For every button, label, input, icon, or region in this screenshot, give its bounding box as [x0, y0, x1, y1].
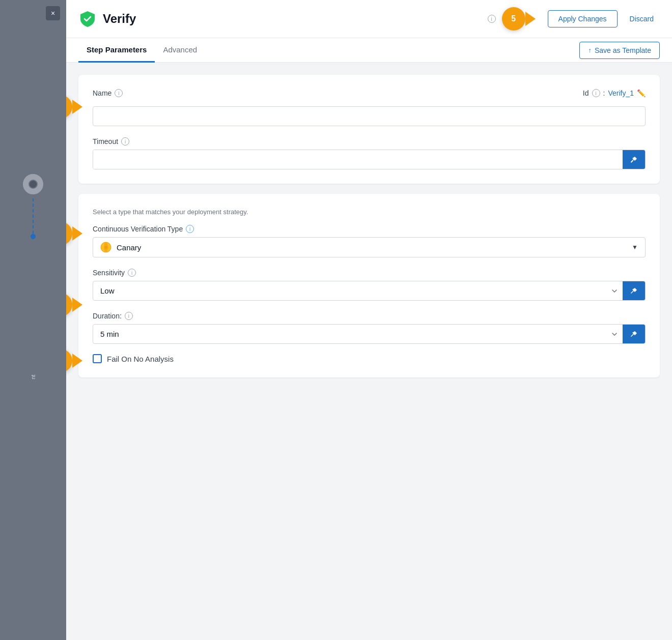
cv-type-select[interactable]: Canary ▼	[93, 237, 646, 257]
step1-badge: 1	[66, 95, 72, 119]
title-info-icon[interactable]: i	[488, 15, 496, 23]
duration-section: Duration: i 4 5 min 10 min 15 min 30 mi	[93, 312, 646, 344]
step5-callout: 5	[502, 7, 536, 31]
flow-line	[33, 198, 34, 239]
name-input[interactable]: Verify_1	[93, 106, 646, 126]
duration-pin-button[interactable]	[623, 325, 645, 343]
chevron-down-icon	[611, 288, 618, 294]
cv-type-value: Canary	[117, 243, 632, 252]
callout-arrow-5	[525, 12, 536, 26]
step5-badge: 5	[502, 7, 525, 31]
callout-arrow-4	[72, 354, 82, 368]
id-info-icon[interactable]: i	[592, 89, 600, 97]
sensitivity-info-icon[interactable]: i	[128, 269, 136, 277]
timeout-pin-button[interactable]	[623, 150, 645, 169]
name-timeout-card: 1 Name i Id i : Verify_1 ✏️ Verify_1	[78, 75, 660, 184]
sensitivity-pin-button[interactable]	[623, 281, 645, 300]
sensitivity-select-container: Low Medium High	[93, 281, 646, 301]
duration-select[interactable]: 5 min 10 min 15 min 30 min	[93, 325, 606, 343]
discard-button[interactable]: Discard	[624, 11, 660, 27]
id-value: Verify_1	[608, 89, 634, 97]
callout-1: 1	[66, 95, 82, 119]
cv-type-label: Continuous Verification Type i	[93, 225, 646, 233]
canary-icon	[100, 242, 111, 253]
pin-icon-2	[630, 287, 638, 295]
sensitivity-label: Sensitivity i	[93, 269, 646, 277]
cv-type-card: Select a type that matches your deployme…	[78, 194, 660, 377]
timeout-label: Timeout i	[93, 137, 646, 146]
duration-label: Duration: i	[93, 312, 646, 320]
name-label: Name i	[93, 89, 123, 97]
duration-chevron	[606, 325, 623, 343]
timeout-section: Timeout i 2h	[93, 137, 646, 169]
callout-3: 3	[66, 293, 82, 316]
step4-badge: 4	[66, 349, 72, 372]
callout-arrow-3	[72, 298, 82, 312]
callout-4: 4	[66, 349, 82, 372]
timeout-info-icon[interactable]: i	[121, 137, 129, 146]
name-info-icon[interactable]: i	[115, 89, 123, 97]
sensitivity-section: Sensitivity i 3 Low Medium High	[93, 269, 646, 301]
cv-type-info-icon[interactable]: i	[186, 225, 194, 233]
fail-on-no-analysis-row: Fail On No Analysis	[93, 354, 646, 363]
pin-icon-3	[630, 330, 638, 338]
tabs-bar: Step Parameters Advanced ↑ Save as Templ…	[66, 38, 672, 63]
chevron-down-icon-2	[611, 331, 618, 337]
main-panel: Verify i 5 Apply Changes Discard Step Pa…	[66, 0, 672, 640]
cv-hint: Select a type that matches your deployme…	[93, 208, 646, 216]
step2-badge: 2	[66, 222, 72, 245]
sidebar-node-inner	[29, 180, 38, 189]
timeout-input-container: 2h	[93, 150, 646, 169]
sidebar-label: nt	[30, 374, 36, 379]
name-field-header: Name i Id i : Verify_1 ✏️	[93, 89, 646, 97]
duration-info-icon[interactable]: i	[125, 312, 133, 320]
flow-dot	[31, 234, 36, 239]
svg-point-2	[104, 246, 107, 249]
sensitivity-select[interactable]: Low Medium High	[93, 281, 606, 300]
id-section: Id i : Verify_1 ✏️	[583, 89, 646, 97]
save-template-icon: ↑	[588, 46, 592, 54]
page-title: Verify	[103, 12, 482, 26]
save-as-template-button[interactable]: ↑ Save as Template	[579, 42, 660, 59]
step3-badge: 3	[66, 293, 72, 316]
callout-2: 2	[66, 222, 82, 245]
tab-step-parameters[interactable]: Step Parameters	[78, 38, 155, 63]
id-edit-icon[interactable]: ✏️	[637, 89, 646, 97]
callout-arrow-1	[72, 100, 82, 114]
content-area: 1 Name i Id i : Verify_1 ✏️ Verify_1	[66, 63, 672, 640]
fail-on-no-analysis-checkbox[interactable]	[93, 354, 102, 363]
sidebar-node	[22, 173, 44, 195]
cv-type-chevron: ▼	[632, 244, 638, 251]
header: Verify i 5 Apply Changes Discard	[66, 0, 672, 38]
tab-advanced[interactable]: Advanced	[155, 38, 205, 63]
verify-shield-icon	[78, 10, 97, 28]
timeout-input[interactable]: 2h	[93, 150, 623, 169]
close-button[interactable]: ×	[46, 6, 60, 20]
sensitivity-chevron	[606, 281, 623, 300]
pin-icon	[630, 156, 638, 164]
callout-arrow-2	[72, 226, 82, 241]
fail-on-no-analysis-label: Fail On No Analysis	[107, 355, 174, 363]
duration-select-container: 5 min 10 min 15 min 30 min	[93, 324, 646, 344]
apply-changes-button[interactable]: Apply Changes	[548, 10, 618, 27]
sidebar: × nt	[0, 0, 66, 640]
